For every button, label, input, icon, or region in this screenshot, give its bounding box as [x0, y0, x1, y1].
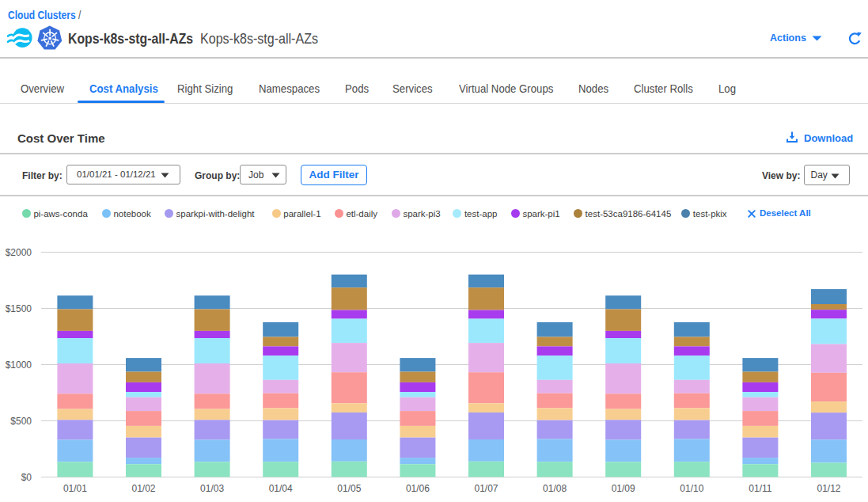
- svg-text:01/10: 01/10: [680, 483, 703, 494]
- svg-text:01/02: 01/02: [131, 483, 155, 494]
- svg-text:01/11: 01/11: [749, 483, 771, 494]
- svg-text:01/04: 01/04: [269, 483, 293, 494]
- svg-text:01/08: 01/08: [543, 483, 567, 494]
- svg-text:01/01: 01/01: [63, 483, 87, 494]
- svg-text:01/06: 01/06: [406, 483, 430, 494]
- svg-text:01/09: 01/09: [612, 483, 635, 494]
- svg-text:01/05: 01/05: [337, 483, 361, 494]
- svg-text:$1000: $1000: [6, 359, 32, 371]
- svg-text:$500: $500: [10, 416, 32, 427]
- svg-text:$0: $0: [21, 472, 32, 483]
- svg-text:01/07: 01/07: [474, 483, 498, 494]
- svg-text:$2000: $2000: [6, 247, 32, 258]
- svg-text:01/12: 01/12: [817, 483, 840, 494]
- svg-text:01/03: 01/03: [200, 483, 224, 494]
- svg-text:$1500: $1500: [6, 303, 32, 314]
